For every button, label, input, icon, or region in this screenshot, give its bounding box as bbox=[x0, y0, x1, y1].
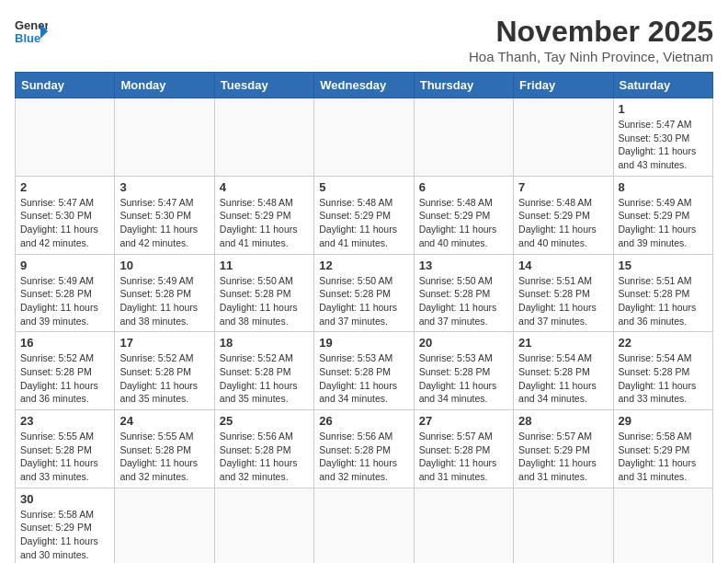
day-info: Sunrise: 5:51 AM Sunset: 5:28 PM Dayligh… bbox=[518, 274, 608, 328]
calendar-day-cell: 6Sunrise: 5:48 AM Sunset: 5:29 PM Daylig… bbox=[414, 176, 513, 254]
day-info: Sunrise: 5:54 AM Sunset: 5:28 PM Dayligh… bbox=[619, 351, 708, 406]
day-info: Sunrise: 5:54 AM Sunset: 5:28 PM Dayligh… bbox=[518, 351, 608, 406]
weekday-header-sunday: Sunday bbox=[16, 73, 115, 98]
day-number: 27 bbox=[419, 414, 508, 428]
day-info: Sunrise: 5:48 AM Sunset: 5:29 PM Dayligh… bbox=[220, 196, 309, 250]
page-header: General Blue November 2025 Hoa Thanh, Ta… bbox=[15, 15, 713, 64]
calendar-day-cell: 24Sunrise: 5:55 AM Sunset: 5:28 PM Dayli… bbox=[115, 410, 214, 488]
calendar-day-cell: 29Sunrise: 5:58 AM Sunset: 5:29 PM Dayli… bbox=[613, 410, 712, 488]
day-number: 22 bbox=[619, 336, 708, 350]
calendar-day-cell bbox=[414, 98, 513, 177]
day-number: 3 bbox=[119, 180, 209, 194]
day-number: 18 bbox=[220, 336, 309, 350]
day-info: Sunrise: 5:50 AM Sunset: 5:28 PM Dayligh… bbox=[319, 274, 408, 328]
day-info: Sunrise: 5:49 AM Sunset: 5:28 PM Dayligh… bbox=[20, 274, 109, 328]
calendar-day-cell: 22Sunrise: 5:54 AM Sunset: 5:28 PM Dayli… bbox=[613, 332, 712, 410]
title-section: November 2025 Hoa Thanh, Tay Ninh Provin… bbox=[469, 15, 713, 64]
calendar-day-cell: 10Sunrise: 5:49 AM Sunset: 5:28 PM Dayli… bbox=[115, 254, 214, 332]
day-info: Sunrise: 5:55 AM Sunset: 5:28 PM Dayligh… bbox=[119, 430, 209, 484]
weekday-header-friday: Friday bbox=[514, 73, 613, 98]
location-subtitle: Hoa Thanh, Tay Ninh Province, Vietnam bbox=[469, 49, 713, 64]
day-info: Sunrise: 5:52 AM Sunset: 5:28 PM Dayligh… bbox=[20, 351, 109, 406]
day-info: Sunrise: 5:55 AM Sunset: 5:28 PM Dayligh… bbox=[20, 430, 109, 484]
day-number: 7 bbox=[518, 180, 608, 194]
day-number: 16 bbox=[20, 336, 109, 350]
day-number: 11 bbox=[220, 259, 309, 272]
day-number: 5 bbox=[319, 180, 408, 194]
calendar-day-cell: 5Sunrise: 5:48 AM Sunset: 5:29 PM Daylig… bbox=[314, 176, 414, 254]
day-number: 21 bbox=[518, 336, 608, 350]
calendar-day-cell: 25Sunrise: 5:56 AM Sunset: 5:28 PM Dayli… bbox=[214, 410, 313, 488]
day-info: Sunrise: 5:47 AM Sunset: 5:30 PM Dayligh… bbox=[119, 196, 209, 250]
logo-icon: General Blue bbox=[15, 15, 48, 48]
day-info: Sunrise: 5:58 AM Sunset: 5:29 PM Dayligh… bbox=[619, 430, 708, 484]
day-number: 6 bbox=[419, 180, 508, 194]
calendar-day-cell: 3Sunrise: 5:47 AM Sunset: 5:30 PM Daylig… bbox=[115, 176, 214, 254]
calendar-day-cell: 7Sunrise: 5:48 AM Sunset: 5:29 PM Daylig… bbox=[514, 176, 613, 254]
calendar-day-cell: 9Sunrise: 5:49 AM Sunset: 5:28 PM Daylig… bbox=[16, 254, 115, 332]
day-number: 25 bbox=[220, 414, 309, 428]
calendar-week-row: 16Sunrise: 5:52 AM Sunset: 5:28 PM Dayli… bbox=[16, 332, 713, 410]
calendar-day-cell: 14Sunrise: 5:51 AM Sunset: 5:28 PM Dayli… bbox=[514, 254, 613, 332]
calendar-day-cell bbox=[115, 98, 214, 177]
calendar-day-cell: 30Sunrise: 5:58 AM Sunset: 5:29 PM Dayli… bbox=[16, 488, 115, 563]
day-info: Sunrise: 5:57 AM Sunset: 5:29 PM Dayligh… bbox=[518, 430, 608, 484]
day-number: 8 bbox=[619, 180, 708, 194]
day-number: 23 bbox=[20, 414, 109, 428]
calendar-day-cell: 16Sunrise: 5:52 AM Sunset: 5:28 PM Dayli… bbox=[16, 332, 115, 410]
day-info: Sunrise: 5:57 AM Sunset: 5:28 PM Dayligh… bbox=[419, 430, 508, 484]
calendar-day-cell: 13Sunrise: 5:50 AM Sunset: 5:28 PM Dayli… bbox=[414, 254, 513, 332]
day-info: Sunrise: 5:56 AM Sunset: 5:28 PM Dayligh… bbox=[319, 430, 408, 484]
weekday-header-monday: Monday bbox=[115, 73, 214, 98]
day-info: Sunrise: 5:47 AM Sunset: 5:30 PM Dayligh… bbox=[20, 196, 109, 250]
day-number: 24 bbox=[119, 414, 209, 428]
calendar-day-cell bbox=[16, 98, 115, 177]
calendar-day-cell: 20Sunrise: 5:53 AM Sunset: 5:28 PM Dayli… bbox=[414, 332, 513, 410]
calendar-day-cell bbox=[115, 488, 214, 563]
weekday-header-thursday: Thursday bbox=[414, 73, 513, 98]
weekday-header-row: SundayMondayTuesdayWednesdayThursdayFrid… bbox=[16, 73, 713, 98]
day-number: 9 bbox=[20, 259, 109, 272]
day-number: 10 bbox=[119, 259, 209, 272]
calendar-week-row: 23Sunrise: 5:55 AM Sunset: 5:28 PM Dayli… bbox=[16, 410, 713, 488]
calendar-day-cell: 4Sunrise: 5:48 AM Sunset: 5:29 PM Daylig… bbox=[214, 176, 313, 254]
weekday-header-wednesday: Wednesday bbox=[314, 73, 414, 98]
calendar-week-row: 2Sunrise: 5:47 AM Sunset: 5:30 PM Daylig… bbox=[16, 176, 713, 254]
calendar-day-cell: 1Sunrise: 5:47 AM Sunset: 5:30 PM Daylig… bbox=[613, 98, 712, 177]
calendar-day-cell: 11Sunrise: 5:50 AM Sunset: 5:28 PM Dayli… bbox=[214, 254, 313, 332]
day-number: 2 bbox=[20, 180, 109, 194]
day-info: Sunrise: 5:49 AM Sunset: 5:28 PM Dayligh… bbox=[119, 274, 209, 328]
calendar-day-cell: 2Sunrise: 5:47 AM Sunset: 5:30 PM Daylig… bbox=[16, 176, 115, 254]
weekday-header-tuesday: Tuesday bbox=[214, 73, 313, 98]
day-number: 14 bbox=[518, 259, 608, 272]
day-number: 20 bbox=[419, 336, 508, 350]
calendar-day-cell bbox=[514, 488, 613, 563]
day-info: Sunrise: 5:50 AM Sunset: 5:28 PM Dayligh… bbox=[220, 274, 309, 328]
day-number: 26 bbox=[319, 414, 408, 428]
day-number: 17 bbox=[119, 336, 209, 350]
day-info: Sunrise: 5:51 AM Sunset: 5:28 PM Dayligh… bbox=[619, 274, 708, 328]
svg-text:Blue: Blue bbox=[15, 31, 40, 45]
calendar-table: SundayMondayTuesdayWednesdayThursdayFrid… bbox=[15, 72, 713, 563]
calendar-day-cell: 26Sunrise: 5:56 AM Sunset: 5:28 PM Dayli… bbox=[314, 410, 414, 488]
day-info: Sunrise: 5:56 AM Sunset: 5:28 PM Dayligh… bbox=[220, 430, 309, 484]
calendar-day-cell bbox=[414, 488, 513, 563]
calendar-day-cell bbox=[314, 98, 414, 177]
calendar-day-cell: 27Sunrise: 5:57 AM Sunset: 5:28 PM Dayli… bbox=[414, 410, 513, 488]
calendar-day-cell bbox=[514, 98, 613, 177]
calendar-week-row: 1Sunrise: 5:47 AM Sunset: 5:30 PM Daylig… bbox=[16, 98, 713, 177]
calendar-day-cell: 18Sunrise: 5:52 AM Sunset: 5:28 PM Dayli… bbox=[214, 332, 313, 410]
calendar-day-cell: 19Sunrise: 5:53 AM Sunset: 5:28 PM Dayli… bbox=[314, 332, 414, 410]
calendar-day-cell: 12Sunrise: 5:50 AM Sunset: 5:28 PM Dayli… bbox=[314, 254, 414, 332]
day-number: 19 bbox=[319, 336, 408, 350]
calendar-day-cell bbox=[214, 488, 313, 563]
day-info: Sunrise: 5:52 AM Sunset: 5:28 PM Dayligh… bbox=[119, 351, 209, 406]
calendar-day-cell: 21Sunrise: 5:54 AM Sunset: 5:28 PM Dayli… bbox=[514, 332, 613, 410]
calendar-day-cell: 8Sunrise: 5:49 AM Sunset: 5:29 PM Daylig… bbox=[613, 176, 712, 254]
calendar-day-cell bbox=[314, 488, 414, 563]
day-info: Sunrise: 5:53 AM Sunset: 5:28 PM Dayligh… bbox=[319, 351, 408, 406]
day-info: Sunrise: 5:50 AM Sunset: 5:28 PM Dayligh… bbox=[419, 274, 508, 328]
calendar-day-cell: 28Sunrise: 5:57 AM Sunset: 5:29 PM Dayli… bbox=[514, 410, 613, 488]
day-info: Sunrise: 5:48 AM Sunset: 5:29 PM Dayligh… bbox=[419, 196, 508, 250]
day-number: 28 bbox=[518, 414, 608, 428]
